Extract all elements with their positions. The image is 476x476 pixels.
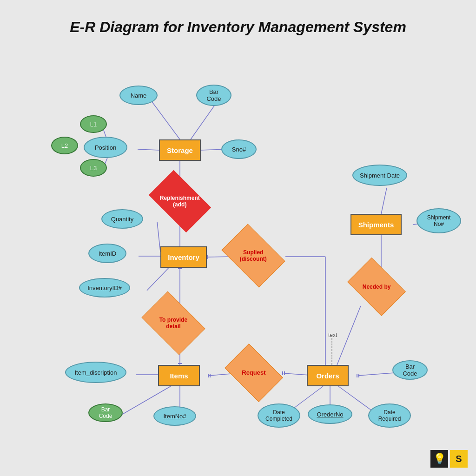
attribute-l1: L1 bbox=[80, 115, 107, 133]
attribute-position: Position bbox=[84, 137, 127, 158]
attribute-quantity: Quantity bbox=[101, 209, 143, 229]
entity-orders: Orders bbox=[307, 365, 349, 386]
svg-line-1 bbox=[191, 102, 217, 139]
attribute-barcode-orders: Bar Code bbox=[392, 360, 428, 380]
watermark-s: S bbox=[450, 450, 468, 468]
attribute-l3: L3 bbox=[80, 159, 107, 177]
attribute-sno: Sno# bbox=[221, 139, 257, 159]
entity-inventory: Inventory bbox=[160, 246, 207, 268]
relationship-needed-by: Needed by bbox=[347, 258, 406, 316]
attribute-inventoryid: InventoryID# bbox=[79, 278, 130, 298]
entity-items: Items bbox=[158, 365, 200, 386]
svg-line-0 bbox=[152, 102, 180, 139]
attribute-l2: L2 bbox=[51, 137, 78, 154]
attribute-name: Name bbox=[119, 86, 158, 105]
attribute-date-required: Date Required bbox=[368, 403, 411, 428]
diagram-container: E-R Diagram for Inventory Management Sys… bbox=[0, 0, 476, 476]
svg-line-9 bbox=[157, 222, 160, 252]
watermark: 💡 S bbox=[430, 450, 468, 468]
relationship-request: Request bbox=[225, 344, 283, 402]
entity-shipments: Shipments bbox=[350, 214, 402, 235]
relationship-supplied: Suplied (discount) bbox=[221, 224, 285, 287]
svg-line-28 bbox=[381, 188, 387, 214]
attribute-shipment-no: Shipment No# bbox=[416, 208, 461, 233]
relationship-to-provide: To provide detail bbox=[141, 291, 205, 355]
svg-line-3 bbox=[138, 149, 159, 150]
attribute-shipment-date: Shipment Date bbox=[352, 165, 407, 186]
attribute-orderno: OrederNo bbox=[308, 404, 352, 424]
watermark-bulb: 💡 bbox=[430, 450, 448, 468]
attribute-itemno: ItemNo# bbox=[153, 406, 196, 426]
text-label: text bbox=[328, 332, 337, 338]
attribute-item-description: Item_discription bbox=[65, 362, 126, 383]
attribute-barcode-storage: Bar Code bbox=[196, 85, 231, 106]
attribute-itemid: ItemID bbox=[88, 244, 126, 263]
page-title: E-R Diagram for Inventory Management Sys… bbox=[0, 5, 476, 36]
entity-storage: Storage bbox=[159, 139, 201, 161]
svg-line-11 bbox=[147, 268, 169, 291]
svg-line-26 bbox=[337, 306, 361, 365]
attribute-barcode-items: Bar Code bbox=[88, 403, 123, 422]
relationship-replenishment: Replenishment (add) bbox=[149, 170, 211, 232]
attribute-date-completed: Date Completed bbox=[258, 403, 300, 428]
